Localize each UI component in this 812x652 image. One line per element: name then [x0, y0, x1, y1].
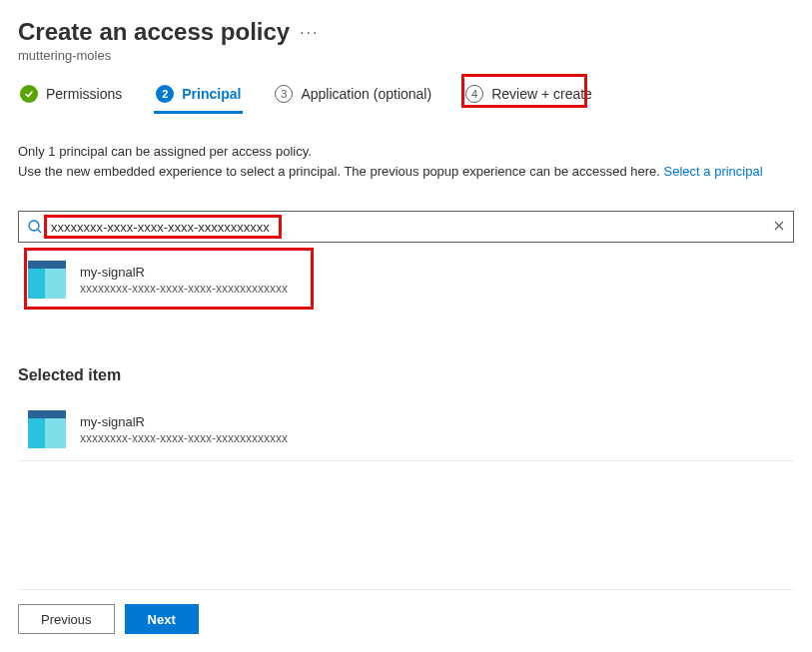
clear-icon[interactable]: [773, 219, 785, 235]
page-title: Create an access policy: [18, 18, 290, 46]
wizard-tabs: Permissions 2 Principal 3 Application (o…: [18, 85, 794, 114]
selected-id: xxxxxxxx-xxxx-xxxx-xxxx-xxxxxxxxxxxx: [80, 431, 288, 445]
service-icon: [28, 410, 66, 448]
page-subtitle: muttering-moles: [18, 48, 290, 63]
svg-point-0: [29, 221, 39, 231]
footer-actions: Previous Next: [18, 589, 794, 634]
previous-button[interactable]: Previous: [18, 604, 115, 634]
next-button[interactable]: Next: [125, 604, 199, 634]
tab-label: Application (optional): [301, 86, 431, 102]
tab-label: Principal: [182, 86, 241, 102]
service-icon: [28, 261, 66, 299]
info-text: Use the new embedded experience to selec…: [18, 164, 664, 179]
tab-principal[interactable]: 2 Principal: [154, 85, 243, 114]
more-actions-icon[interactable]: ···: [300, 18, 319, 42]
info-line-2: Use the new embedded experience to selec…: [18, 162, 794, 182]
result-item[interactable]: my-signalR xxxxxxxx-xxxx-xxxx-xxxx-xxxxx…: [18, 253, 794, 307]
search-results: my-signalR xxxxxxxx-xxxx-xxxx-xxxx-xxxxx…: [18, 253, 794, 307]
selected-item-heading: Selected item: [18, 366, 794, 384]
tab-permissions[interactable]: Permissions: [18, 85, 124, 114]
result-name: my-signalR: [80, 265, 288, 280]
step-number-icon: 3: [275, 85, 293, 103]
info-line-1: Only 1 principal can be assigned per acc…: [18, 142, 794, 162]
check-icon: [20, 85, 38, 103]
tab-application[interactable]: 3 Application (optional): [273, 85, 433, 114]
tab-label: Review + create: [491, 86, 592, 102]
step-number-icon: 4: [465, 85, 483, 103]
search-box[interactable]: [18, 211, 794, 243]
select-principal-link[interactable]: Select a principal: [664, 164, 763, 179]
svg-line-1: [38, 230, 41, 233]
principal-search-input[interactable]: [43, 212, 773, 242]
selected-items: my-signalR xxxxxxxx-xxxx-xxxx-xxxx-xxxxx…: [18, 402, 794, 461]
tab-review-create[interactable]: 4 Review + create: [463, 85, 594, 114]
step-number-icon: 2: [156, 85, 174, 103]
selected-name: my-signalR: [80, 414, 288, 429]
search-icon: [27, 219, 43, 235]
selected-item[interactable]: my-signalR xxxxxxxx-xxxx-xxxx-xxxx-xxxxx…: [18, 402, 794, 460]
tab-label: Permissions: [46, 86, 122, 102]
result-id: xxxxxxxx-xxxx-xxxx-xxxx-xxxxxxxxxxxx: [80, 282, 288, 296]
